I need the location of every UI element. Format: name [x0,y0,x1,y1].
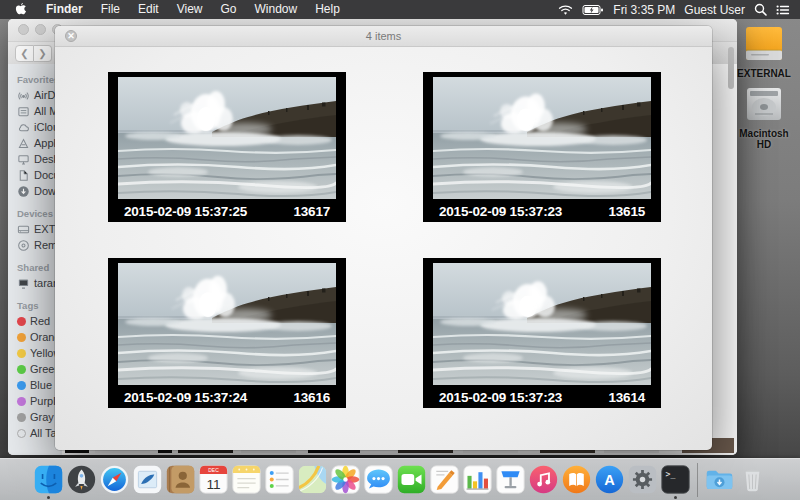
dock-mail[interactable] [131,459,164,500]
photo-timestamp: 2015-02-09 15:37:25 [124,204,247,219]
desktop-icon-external[interactable]: EXTERNAL [731,26,797,79]
menu-item-window[interactable]: Window [246,0,307,19]
desktop-icon-label: EXTERNAL [731,68,797,79]
wave-photo-image [433,263,651,385]
wave-photo-image [433,77,651,199]
sidebar-item-label: Red [30,315,50,327]
all-my-files-icon [17,105,30,118]
photo-thumbnail-13617[interactable]: 2015-02-09 15:37:25 13617 [108,72,346,222]
dock-keynote[interactable] [494,459,527,500]
tag-color-dot [17,381,26,390]
menu-clock[interactable]: Fri 3:35 PM [613,3,675,17]
menu-item-file[interactable]: File [92,0,129,19]
sidebar-item-airdrop[interactable]: AirDrop [8,87,62,103]
applications-icon [17,137,30,150]
dock-numbers[interactable] [461,459,494,500]
notes-icon [231,464,262,495]
menu-item-go[interactable]: Go [212,0,246,19]
sidebar-item-label: Blue [30,379,52,391]
remote-disc-icon [17,239,30,252]
finder-sidebar: FavoritesAirDropAll My FilesiCloud Drive… [8,64,62,455]
fast-user-switching[interactable]: Guest User [684,3,745,17]
wifi-icon[interactable] [558,4,573,16]
sidebar-item-purple[interactable]: Purple [8,393,62,409]
scrollbar-thumb[interactable] [728,47,734,89]
sidebar-item-tarangini[interactable]: tarangini [8,275,62,291]
calendar-icon: DEC11 [198,464,229,495]
menu-item-help[interactable]: Help [306,0,349,19]
notification-center-icon[interactable] [776,4,790,16]
sidebar-item-remote-disc[interactable]: Remote Disc [8,237,62,253]
dock-notes[interactable] [230,459,263,500]
dock-reminders[interactable] [263,459,296,500]
apple-menu[interactable] [0,2,37,17]
ibooks-icon [561,464,592,495]
sidebar-item-external[interactable]: EXTERNAL [8,221,62,237]
battery-charging-icon[interactable] [582,4,604,16]
desktop-icon-macintosh-hd[interactable]: Macintosh HD [731,86,797,150]
dock-messages[interactable] [362,459,395,500]
sidebar-item-all-tags[interactable]: All Tags [8,425,62,441]
sidebar-item-gray[interactable]: Gray [8,409,62,425]
quicklook-title: 4 items [55,26,712,46]
dock-itunes[interactable] [527,459,560,500]
airdrop-icon [17,89,30,102]
sidebar-item-all-my-files[interactable]: All My Files [8,103,62,119]
sidebar-item-blue[interactable]: Blue [8,377,62,393]
svg-text:A: A [604,472,615,488]
photo-frame-number: 13616 [293,390,330,405]
dock-safari[interactable] [98,459,131,500]
sidebar-section-favorites: FavoritesAirDropAll My FilesiCloud Drive… [8,70,62,199]
photo-caption: 2015-02-09 15:37:23 13614 [439,390,645,405]
dock-system-preferences[interactable] [626,459,659,500]
dock-downloads-folder[interactable] [703,459,736,500]
photo-thumbnail-13615[interactable]: 2015-02-09 15:37:23 13615 [423,72,661,222]
photo-thumbnail-13614[interactable]: 2015-02-09 15:37:23 13614 [423,258,661,408]
photo-caption: 2015-02-09 15:37:24 13616 [124,390,330,405]
trash-icon [737,464,768,495]
pages-icon [429,464,460,495]
sidebar-item-green[interactable]: Green [8,361,62,377]
desktop-icon [17,153,30,166]
dock-terminal[interactable]: >_ [659,459,692,500]
sidebar-item-icloud-drive[interactable]: iCloud Drive [8,119,62,135]
dock-launchpad[interactable] [65,459,98,500]
dock-maps[interactable] [296,459,329,500]
dock-facetime[interactable] [395,459,428,500]
reminders-icon [264,464,295,495]
dock-contacts[interactable] [164,459,197,500]
sidebar-item-red[interactable]: Red [8,313,62,329]
dock-photos[interactable] [329,459,362,500]
menu-item-edit[interactable]: Edit [129,0,168,19]
tag-color-dot [17,397,26,406]
sidebar-item-orange[interactable]: Orange [8,329,62,345]
dock-calendar[interactable]: DEC11 [197,459,230,500]
forward-button[interactable]: ❯ [34,45,52,62]
finder-icon [33,464,64,495]
spotlight-icon[interactable] [754,3,767,16]
dock-pages[interactable] [428,459,461,500]
menu-item-view[interactable]: View [168,0,212,19]
sidebar-item-desktop[interactable]: Desktop [8,151,62,167]
dock-ibooks[interactable] [560,459,593,500]
dock-app-store[interactable]: A [593,459,626,500]
photo-timestamp: 2015-02-09 15:37:24 [124,390,247,405]
sidebar-item-documents[interactable]: Documents [8,167,62,183]
tag-color-dot [17,333,26,342]
running-indicator [47,496,50,499]
back-button[interactable]: ❮ [15,45,34,62]
dock: DEC11A>_ [0,458,800,500]
sidebar-item-yellow[interactable]: Yellow [8,345,62,361]
photo-thumbnail-13616[interactable]: 2015-02-09 15:37:24 13616 [108,258,346,408]
menu-item-finder[interactable]: Finder [37,0,92,19]
terminal-icon: >_ [660,464,691,495]
sidebar-item-downloads[interactable]: Downloads [8,183,62,199]
sidebar-item-applications[interactable]: Applications [8,135,62,151]
photo-caption: 2015-02-09 15:37:23 13615 [439,204,645,219]
documents-icon [17,169,30,182]
wave-photo-image [118,263,336,385]
dock-trash[interactable] [736,459,769,500]
quicklook-titlebar[interactable]: ✕ 4 items [55,26,712,47]
dock-finder[interactable] [32,459,65,500]
icloud-icon [17,121,30,134]
